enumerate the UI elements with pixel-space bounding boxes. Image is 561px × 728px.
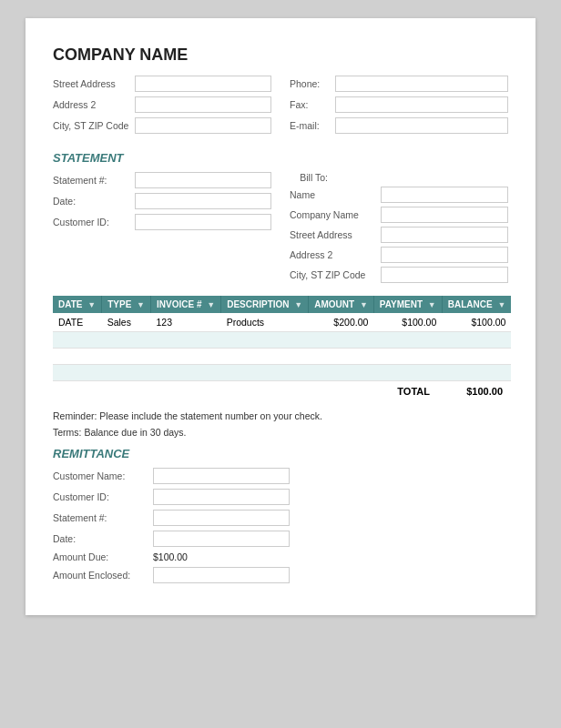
row0-payment: $100.00 (373, 313, 442, 332)
col-amount[interactable]: AMOUNT ▼ (309, 296, 374, 313)
table-header-row: DATE ▼ TYPE ▼ INVOICE # ▼ DESCRIPTION ▼ (53, 296, 511, 313)
statement-title: STATEMENT (53, 151, 508, 165)
row0-invoice: 123 (151, 313, 221, 332)
statement-section: Statement #: Date: Customer ID: Bill To:… (53, 172, 508, 287)
bill-to-address2-row: Address 2 (290, 247, 508, 263)
bill-to-name-row: Name (290, 187, 508, 203)
bill-to-name-input[interactable] (381, 187, 508, 203)
phone-input[interactable] (335, 76, 508, 92)
remit-customer-name-label: Customer Name: (53, 470, 153, 481)
fax-label: Fax: (290, 99, 335, 110)
remit-amount-enclosed-input[interactable] (153, 567, 290, 583)
phone-row: Phone: (290, 76, 508, 92)
total-section: TOTAL $100.00 (53, 381, 508, 401)
terms-text: Terms: Balance due in 30 days. (53, 427, 508, 438)
desc-filter-icon[interactable]: ▼ (294, 300, 302, 309)
bill-to-header-row: Bill To: (290, 172, 508, 183)
city-input[interactable] (135, 117, 271, 134)
remit-amount-enclosed-label: Amount Enclosed: (53, 570, 153, 581)
company-name: COMPANY NAME (53, 46, 508, 65)
row0-balance: $100.00 (442, 313, 511, 332)
payment-filter-icon[interactable]: ▼ (428, 300, 436, 309)
table-container: DATE ▼ TYPE ▼ INVOICE # ▼ DESCRIPTION ▼ (53, 296, 508, 401)
remit-amount-due-row: Amount Due: $100.00 (53, 551, 508, 562)
stmt-date-label: Date: (53, 196, 135, 207)
street-input[interactable] (135, 76, 271, 92)
table-row (53, 365, 511, 381)
total-label: TOTAL (375, 386, 430, 397)
row0-date: DATE (53, 313, 102, 332)
col-date[interactable]: DATE ▼ (53, 296, 102, 313)
remit-date-input[interactable] (153, 531, 290, 547)
col-invoice[interactable]: INVOICE # ▼ (151, 296, 221, 313)
table-row: DATE Sales 123 Products $200.00 $100.00 … (53, 313, 511, 332)
address2-row: Address 2 (53, 96, 271, 113)
email-row: E-mail: (290, 117, 508, 134)
col-description[interactable]: DESCRIPTION ▼ (221, 296, 309, 313)
city-row: City, ST ZIP Code (53, 117, 271, 134)
col-type[interactable]: TYPE ▼ (102, 296, 151, 313)
address-section: Street Address Address 2 City, ST ZIP Co… (53, 76, 508, 138)
stmt-date-input[interactable] (135, 193, 271, 209)
remit-stmt-num-input[interactable] (153, 510, 290, 526)
bill-to-address2-input[interactable] (381, 247, 508, 263)
row0-amount: $200.00 (309, 313, 374, 332)
bill-to-city-input[interactable] (381, 267, 508, 283)
bill-to-city-row: City, ST ZIP Code (290, 267, 508, 283)
table-row (53, 349, 511, 365)
stmt-num-row: Statement #: (53, 172, 271, 188)
stmt-custid-label: Customer ID: (53, 217, 135, 228)
bill-to-street-input[interactable] (381, 227, 508, 243)
address-left: Street Address Address 2 City, ST ZIP Co… (53, 76, 271, 138)
phone-label: Phone: (290, 78, 335, 89)
remit-customer-id-label: Customer ID: (53, 491, 153, 502)
date-filter-icon[interactable]: ▼ (87, 300, 96, 309)
remit-date-row: Date: (53, 531, 508, 547)
fax-input[interactable] (335, 96, 508, 113)
bill-to-city-label: City, ST ZIP Code (290, 269, 381, 280)
bill-to-name-label: Name (290, 189, 381, 200)
street-row: Street Address (53, 76, 271, 92)
bill-to-company-label: Company Name (290, 209, 381, 220)
amount-filter-icon[interactable]: ▼ (360, 300, 368, 309)
bill-to-address2-label: Address 2 (290, 249, 381, 260)
stmt-custid-input[interactable] (135, 214, 271, 230)
remit-amount-due-label: Amount Due: (53, 551, 153, 562)
page: COMPANY NAME Street Address Address 2 Ci… (26, 18, 536, 615)
remittance-section: REMITTANCE Customer Name: Customer ID: S… (53, 447, 508, 583)
remit-amount-due-value: $100.00 (153, 551, 188, 562)
stmt-date-row: Date: (53, 193, 271, 209)
statement-right: Bill To: Name Company Name Street Addres… (290, 172, 508, 287)
bill-to-street-row: Street Address (290, 227, 508, 243)
remit-customer-id-row: Customer ID: (53, 489, 508, 505)
remit-customer-name-input[interactable] (153, 468, 290, 484)
type-filter-icon[interactable]: ▼ (137, 300, 145, 309)
bill-to-company-input[interactable] (381, 207, 508, 223)
bill-to-company-row: Company Name (290, 207, 508, 223)
email-label: E-mail: (290, 120, 335, 131)
total-value: $100.00 (448, 386, 503, 397)
reminder-text: Reminder: Please include the statement n… (53, 410, 508, 421)
balance-filter-icon[interactable]: ▼ (497, 300, 505, 309)
col-payment[interactable]: PAYMENT ▼ (373, 296, 442, 313)
remit-customer-id-input[interactable] (153, 489, 290, 505)
address-right: Phone: Fax: E-mail: (290, 76, 508, 138)
street-label: Street Address (53, 78, 135, 89)
bill-to-label: Bill To: (290, 172, 335, 183)
invoice-filter-icon[interactable]: ▼ (207, 300, 215, 309)
address2-label: Address 2 (53, 99, 135, 110)
remit-customer-name-row: Customer Name: (53, 468, 508, 484)
fax-row: Fax: (290, 96, 508, 113)
email-input[interactable] (335, 117, 508, 134)
address2-input[interactable] (135, 96, 271, 113)
remit-stmt-num-row: Statement #: (53, 510, 508, 526)
remit-stmt-num-label: Statement #: (53, 512, 153, 523)
statement-left: Statement #: Date: Customer ID: (53, 172, 271, 287)
remit-date-label: Date: (53, 533, 153, 544)
data-table: DATE ▼ TYPE ▼ INVOICE # ▼ DESCRIPTION ▼ (53, 296, 511, 381)
stmt-num-label: Statement #: (53, 175, 135, 186)
row0-description: Products (221, 313, 309, 332)
col-balance[interactable]: BALANCE ▼ (442, 296, 511, 313)
stmt-num-input[interactable] (135, 172, 271, 188)
table-row (53, 332, 511, 349)
